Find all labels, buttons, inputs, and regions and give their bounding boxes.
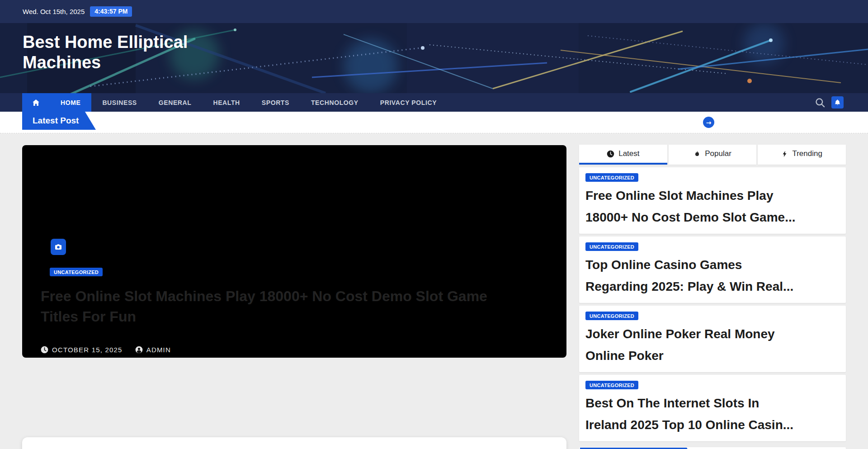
nav-item-business[interactable]: BUSINESS [91, 93, 147, 112]
user-icon [135, 346, 143, 354]
tab-latest[interactable]: Latest [579, 145, 667, 165]
post-category-badge[interactable]: UNCATEGORIZED [585, 312, 638, 320]
nav-item-privacy-policy[interactable]: PRIVACY POLICY [369, 93, 448, 112]
sidebar-post-title[interactable]: Top Online Casino Games Regarding 2025: … [585, 254, 840, 298]
sidebar-post-title[interactable]: Free Online Slot Machines Play 18000+ No… [585, 185, 840, 228]
latest-post-label: Latest Post [22, 112, 85, 130]
nav-item-technology[interactable]: TECHNOLOGY [300, 93, 369, 112]
nav-item-health[interactable]: HEALTH [202, 93, 250, 112]
clock-icon [607, 150, 614, 158]
flame-icon [693, 150, 701, 158]
content-area: UNCATEGORIZED Free Online Slot Machines … [0, 133, 868, 449]
sidebar-post-card[interactable]: UNCATEGORIZED Best On The Internet Slots… [579, 375, 846, 441]
bell-icon [834, 99, 841, 106]
header-banner: Best Home Elliptical Machines [0, 23, 868, 93]
sidebar-blogroll-widget: SIDEBARBLOGROLL [579, 447, 846, 449]
current-time-badge: 4:43:57 PM [90, 6, 132, 17]
post-category-badge[interactable]: UNCATEGORIZED [585, 173, 638, 182]
nav-item-home[interactable]: HOME [50, 93, 91, 112]
featured-post-card[interactable]: UNCATEGORIZED Free Online Slot Machines … [22, 145, 566, 358]
hero-post-date[interactable]: OCTOBER 15, 2025 [41, 346, 123, 354]
hero-post-author[interactable]: ADMIN [135, 346, 171, 354]
main-navigation: HOME BUSINESS GENERAL HEALTH SPORTS TECH… [0, 93, 868, 112]
sidebar-post-card[interactable]: UNCATEGORIZED Free Online Slot Machines … [579, 167, 846, 234]
notification-bell-button[interactable] [831, 96, 844, 109]
clock-icon [41, 346, 48, 354]
sidebar-tabs: Latest Popular Trending [579, 145, 846, 165]
nav-right-controls [815, 93, 844, 112]
tab-popular[interactable]: Popular [669, 145, 757, 165]
hero-category-badge[interactable]: UNCATEGORIZED [50, 268, 103, 276]
post-category-badge[interactable]: UNCATEGORIZED [585, 381, 638, 389]
house-icon-glyph [32, 99, 40, 106]
sidebar-post-title[interactable]: Joker Online Poker Real Money Online Pok… [585, 323, 840, 367]
post-category-badge[interactable]: UNCATEGORIZED [585, 242, 638, 251]
sidebar: Latest Popular Trending UNCATEGORIZED Fr… [579, 145, 846, 449]
latest-post-ticker: Latest Post → [0, 112, 868, 133]
ticker-next-arrow-button[interactable]: → [703, 117, 714, 128]
top-bar: Wed. Oct 15th, 2025 4:43:57 PM [0, 0, 868, 23]
sidebar-post-card[interactable]: UNCATEGORIZED Top Online Casino Games Re… [579, 236, 846, 303]
home-icon[interactable] [22, 93, 50, 112]
next-post-card-partial [22, 437, 566, 449]
sidebar-post-card[interactable]: UNCATEGORIZED Joker Online Poker Real Mo… [579, 306, 846, 372]
nav-item-sports[interactable]: SPORTS [251, 93, 300, 112]
hero-post-meta: OCTOBER 15, 2025 ADMIN [41, 346, 171, 354]
bolt-icon [781, 150, 788, 158]
current-date: Wed. Oct 15th, 2025 [23, 8, 85, 15]
site-title[interactable]: Best Home Elliptical Machines [23, 32, 240, 73]
nav-item-general[interactable]: GENERAL [148, 93, 203, 112]
sidebar-post-title[interactable]: Best On The Internet Slots In Ireland 20… [585, 392, 840, 436]
tab-trending[interactable]: Trending [758, 145, 846, 165]
hero-post-title[interactable]: Free Online Slot Machines Play 18000+ No… [41, 286, 552, 327]
search-icon[interactable] [815, 98, 825, 108]
camera-icon [51, 239, 66, 255]
